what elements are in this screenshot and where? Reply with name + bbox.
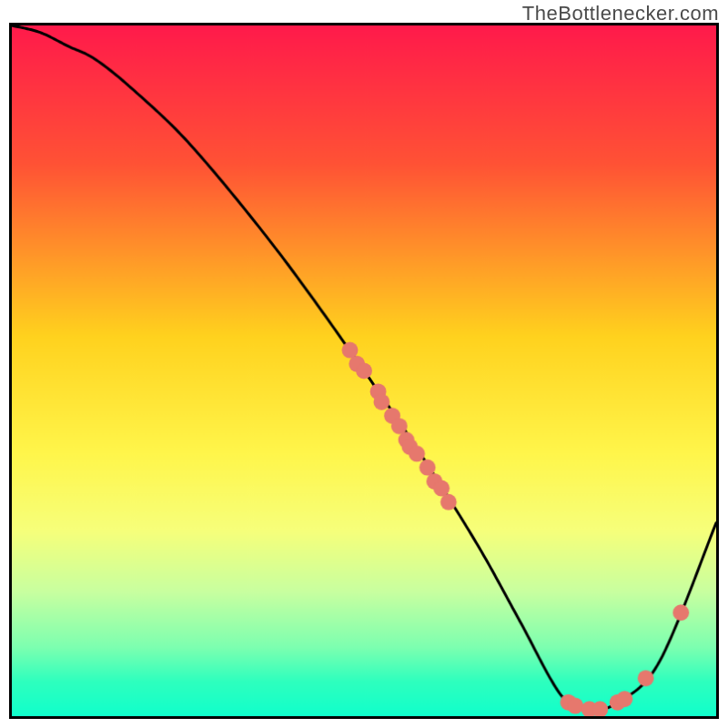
chart-root: TheBottlenecker.com [0, 0, 728, 728]
watermark-text: TheBottlenecker.com [522, 2, 719, 25]
bottleneck-curve-chart [12, 25, 716, 716]
plot-frame [9, 23, 719, 719]
